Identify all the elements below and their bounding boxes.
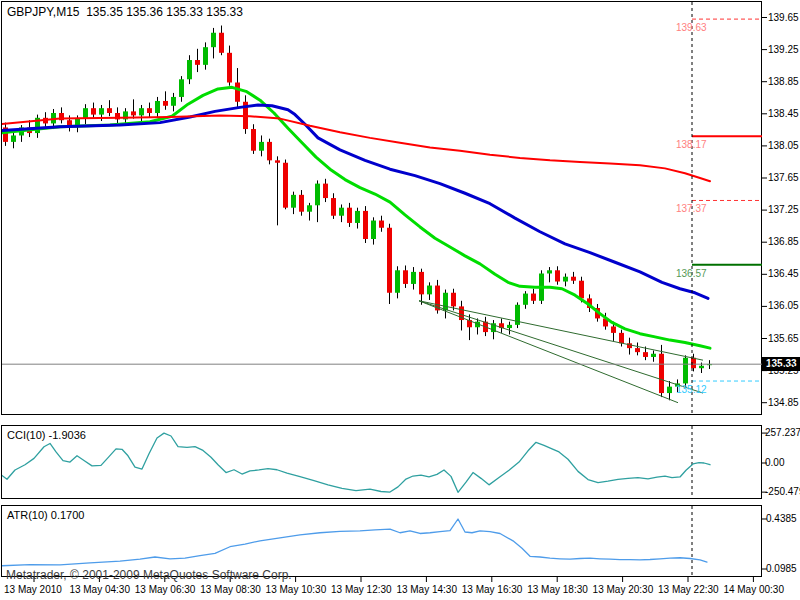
level-label-139.63: 139.63 xyxy=(676,22,707,33)
symbol-quote-title: GBPJPY,M15 135.35 135.36 135.33 135.33 xyxy=(7,5,243,19)
time-axis-label: 13 May 14:30 xyxy=(396,584,457,595)
price-axis-label: 138.05 xyxy=(768,140,799,151)
price-axis-label: 139.65 xyxy=(768,12,799,23)
level-label-135.12: 135.12 xyxy=(676,384,707,395)
time-axis-label: 13 May 22:30 xyxy=(658,584,719,595)
cci-axis-label: 257.2378 xyxy=(765,427,800,438)
price-axis-label: 137.25 xyxy=(768,204,799,215)
time-axis-label: 13 May 20:30 xyxy=(593,584,654,595)
cci-indicator-label: CCI(10) -1.9036 xyxy=(7,429,86,441)
metaquotes-watermark: Metatrader, © 2001-2009 MetaQuotes Softw… xyxy=(6,568,292,582)
price-axis-label: 137.65 xyxy=(768,172,799,183)
time-axis-label: 13 May 08:30 xyxy=(200,584,261,595)
time-axis-label: 13 May 12:30 xyxy=(331,584,392,595)
level-label-137.37: 137.37 xyxy=(676,203,707,214)
price-axis-label: 136.45 xyxy=(768,268,799,279)
cci-axis-label: 0.00 xyxy=(765,457,784,468)
level-label-138.17: 138.17 xyxy=(676,139,707,150)
main-chart-panel[interactable] xyxy=(1,1,762,415)
time-axis-label: 13 May 06:30 xyxy=(135,584,196,595)
time-axis-label: 13 May 16:30 xyxy=(462,584,523,595)
time-axis-label: 13 May 18:30 xyxy=(527,584,588,595)
atr-indicator-label: ATR(10) 0.1700 xyxy=(7,509,84,521)
atr-axis-label: 0.0985 xyxy=(766,563,797,574)
atr-axis-label: 0.4385 xyxy=(766,513,797,524)
price-axis-label: 139.25 xyxy=(768,44,799,55)
price-axis-label: 134.85 xyxy=(768,397,799,408)
time-axis-label: 14 May 00:30 xyxy=(723,584,784,595)
atr-indicator-panel[interactable] xyxy=(1,505,762,577)
price-axis-label: 138.85 xyxy=(768,76,799,87)
time-axis-label: 13 May 10:30 xyxy=(266,584,327,595)
level-label-136.57: 136.57 xyxy=(676,268,707,279)
time-axis-label: 13 May 04:30 xyxy=(69,584,130,595)
price-axis-label: 138.45 xyxy=(768,108,799,119)
price-axis-label: 135.65 xyxy=(768,333,799,344)
cci-indicator-panel[interactable] xyxy=(1,425,762,499)
metatrader-chart-window: GBPJPY,M15 135.35 135.36 135.33 135.33 C… xyxy=(0,0,800,600)
price-axis-label: 136.85 xyxy=(768,236,799,247)
time-axis-label: 13 May 2010 xyxy=(4,584,62,595)
price-axis-label: 136.05 xyxy=(768,300,799,311)
price-axis-label: 135.25 xyxy=(768,365,799,376)
cci-axis-label: -250.479 xyxy=(765,486,800,497)
